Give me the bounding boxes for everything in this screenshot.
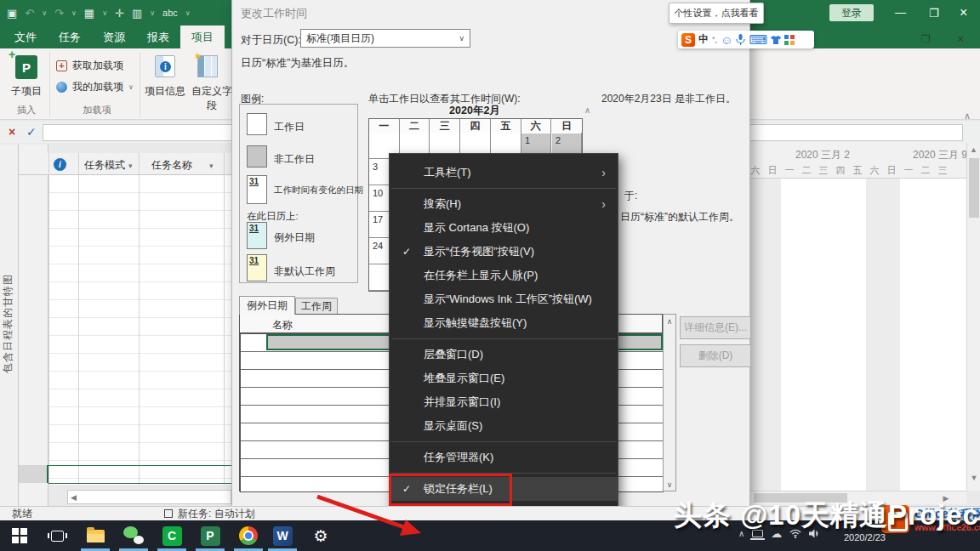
- spelling-icon[interactable]: abc: [162, 8, 178, 18]
- redo-dropdown-icon[interactable]: ∨: [71, 9, 77, 17]
- word-icon[interactable]: W: [271, 525, 294, 547]
- menu-separator: [391, 188, 616, 189]
- project-info-icon[interactable]: i: [155, 55, 175, 77]
- sogou-logo-icon[interactable]: S: [681, 33, 695, 47]
- tab-exceptions[interactable]: 例外日期: [239, 296, 295, 315]
- undo-dropdown-icon[interactable]: ∨: [42, 9, 47, 17]
- task-grid[interactable]: [48, 175, 231, 485]
- filter-icon[interactable]: ▾: [128, 162, 133, 170]
- start-button[interactable]: [8, 525, 31, 547]
- redo-icon[interactable]: ↷: [54, 7, 64, 20]
- row-header-column: [19, 145, 48, 506]
- subproject-button[interactable]: 子项目: [7, 84, 46, 99]
- wechat-icon[interactable]: [122, 525, 145, 547]
- selection-border: [48, 483, 231, 484]
- entry-ok-icon[interactable]: ✓: [26, 125, 37, 139]
- qat-customize-icon[interactable]: ∨: [185, 9, 191, 17]
- file-explorer-icon[interactable]: [83, 525, 107, 547]
- basis-label-partial: 于:: [624, 189, 637, 203]
- timescale-day-row: 六日 一二 三四 五六 日一 二三: [747, 162, 951, 179]
- child-restore-icon[interactable]: ❐: [921, 33, 931, 45]
- save-icon[interactable]: ▣: [7, 7, 17, 20]
- menu-item-show-desktop[interactable]: 显示桌面(S): [390, 414, 618, 438]
- microphone-icon[interactable]: [736, 34, 745, 45]
- child-close-icon[interactable]: ×: [957, 32, 964, 46]
- tab-workweeks[interactable]: 工作周: [295, 298, 338, 315]
- column-header-mode[interactable]: 任务模式▾: [84, 158, 133, 173]
- menu-separator: [391, 441, 616, 442]
- view-dropdown-icon[interactable]: ∨: [102, 9, 107, 17]
- menu-item-cascade-windows[interactable]: 层叠窗口(D): [390, 343, 618, 366]
- subproject-icon[interactable]: + P: [12, 53, 41, 82]
- emoji-icon[interactable]: ☺: [721, 33, 732, 47]
- menu-item-touch-keyboard[interactable]: 显示触摸键盘按钮(Y): [390, 311, 618, 335]
- login-button[interactable]: 登录: [829, 4, 874, 21]
- keyboard-icon[interactable]: ⌨: [749, 32, 767, 48]
- minimize-icon[interactable]: —: [895, 6, 906, 19]
- ime-mode-indicator[interactable]: 中: [698, 32, 709, 47]
- menu-item-side-by-side[interactable]: 并排显示窗口(I): [390, 390, 618, 414]
- tab-project[interactable]: 项目: [180, 26, 225, 48]
- details-button[interactable]: 详细信息(E)...: [680, 316, 751, 339]
- scroll-up-icon[interactable]: ∧: [664, 315, 675, 327]
- menu-item-toolbars[interactable]: 工具栏(T) ›: [390, 161, 618, 185]
- submenu-arrow-icon: ›: [601, 166, 618, 179]
- tab-task[interactable]: 任务: [48, 26, 92, 48]
- scroll-down-icon[interactable]: ∨: [664, 478, 675, 491]
- new-task-mode-icon: [164, 509, 173, 518]
- chrome-icon[interactable]: [236, 525, 260, 547]
- calendar-select[interactable]: 标准(项目日历) ∨: [300, 29, 470, 48]
- tab-file[interactable]: 文件: [3, 26, 48, 48]
- copy-picture-icon[interactable]: ▥: [132, 7, 142, 20]
- column-header-name[interactable]: 任务名称▾: [151, 158, 214, 173]
- shirt-icon[interactable]: [771, 35, 781, 45]
- legend-nonworking-swatch: [247, 145, 267, 168]
- check-icon: ✓: [390, 246, 424, 258]
- filter-icon[interactable]: ▾: [209, 162, 214, 170]
- new-task-status[interactable]: 新任务: 自动计划: [178, 507, 255, 521]
- legend-nondefault-swatch: 31: [247, 254, 267, 281]
- screenshot-root: ▣ ↶∨ ↷∨ ▦∨ ✛ ▥∨ abc ∨ 登录 — ❐ × 文件 任务 资源 …: [0, 0, 980, 551]
- project-info-button[interactable]: 项目信息: [143, 84, 187, 99]
- custom-fields-icon[interactable]: ✶: [197, 55, 218, 77]
- toolbox-grid-icon[interactable]: [784, 35, 795, 45]
- menu-item-stack-windows[interactable]: 堆叠显示窗口(E): [390, 366, 618, 390]
- menu-item-people[interactable]: 在任务栏上显示人脉(P): [390, 264, 618, 287]
- gantt-vertical-scrollbar[interactable]: ▲ ▼: [966, 143, 980, 491]
- weekend-shading: [747, 179, 781, 491]
- custom-fields-button[interactable]: 自定义字段: [187, 84, 236, 113]
- undo-icon[interactable]: ↶: [25, 7, 34, 20]
- scroll-down-icon[interactable]: ▼: [967, 471, 980, 485]
- view-switch-icon[interactable]: ▦: [84, 7, 94, 20]
- delete-button[interactable]: 删除(D): [680, 344, 751, 367]
- camtasia-icon[interactable]: C: [160, 525, 184, 547]
- move-task-icon[interactable]: ✛: [115, 7, 124, 20]
- legend-working-swatch: [247, 113, 267, 135]
- menu-item-search[interactable]: 搜索(H) ›: [390, 192, 618, 216]
- legend-edited-label: 工作时间有变化的日期: [274, 185, 363, 196]
- entry-cancel-icon[interactable]: ×: [9, 125, 15, 139]
- collapse-ribbon-icon[interactable]: ∧: [964, 111, 971, 122]
- project-app-icon[interactable]: P: [198, 525, 222, 547]
- selected-row-header[interactable]: [19, 465, 48, 483]
- restore-icon[interactable]: ❐: [929, 7, 939, 20]
- my-addins-button[interactable]: 我的加载项 ∨: [56, 80, 134, 94]
- calendar-scroll-up-icon[interactable]: ∧: [584, 105, 590, 115]
- exceptions-scrollbar[interactable]: ∧ ∨: [663, 314, 676, 491]
- tab-report[interactable]: 报表: [136, 26, 180, 48]
- task-view-button[interactable]: [45, 525, 69, 547]
- menu-item-windows-ink[interactable]: 显示“Windows Ink 工作区”按钮(W): [390, 287, 618, 311]
- ime-punct-indicator[interactable]: °,: [712, 36, 717, 44]
- menu-item-task-view[interactable]: ✓ 显示“任务视图”按钮(V): [390, 240, 618, 264]
- close-icon[interactable]: ×: [960, 5, 967, 20]
- menu-item-task-manager[interactable]: 任务管理器(K): [390, 446, 618, 469]
- menu-item-cortana[interactable]: 显示 Cortana 按钮(O): [390, 216, 618, 240]
- copy-dropdown-icon[interactable]: ∨: [150, 9, 155, 17]
- left-horizontal-scrollbar[interactable]: ◀: [67, 490, 231, 504]
- annotation-red-arrow: [302, 486, 438, 548]
- scroll-left-icon[interactable]: ◀: [71, 493, 77, 502]
- scroll-up-icon[interactable]: ▲: [967, 143, 980, 156]
- ime-toolbar[interactable]: S 中 °, ☺ ⌨: [678, 31, 814, 48]
- tab-resource[interactable]: 资源: [92, 26, 136, 48]
- get-addins-button[interactable]: + 获取加载项: [56, 59, 123, 73]
